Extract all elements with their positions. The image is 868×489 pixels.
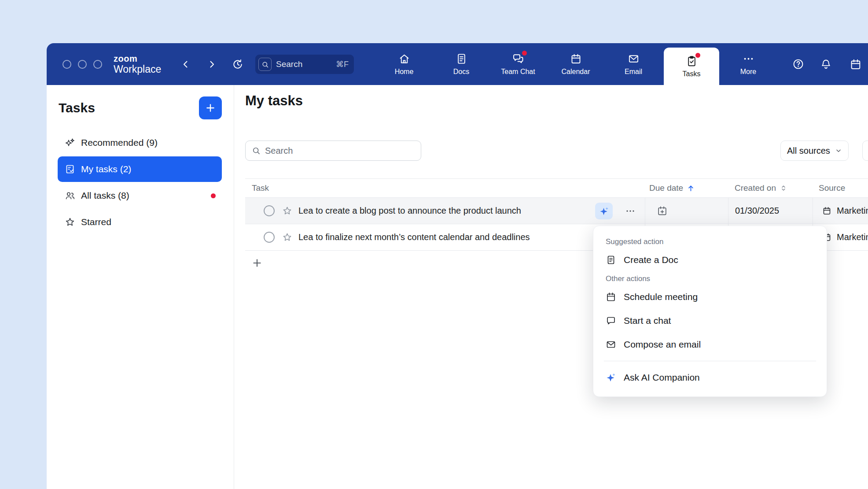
global-search[interactable]: Search ⌘F [255, 55, 354, 74]
history-clock-icon [232, 59, 243, 70]
task-title: Lea to create a blog post to announce th… [298, 206, 521, 216]
source-label: Marketing [837, 232, 868, 242]
window-zoom-button[interactable] [93, 60, 102, 69]
nav-label: Calendar [562, 68, 590, 76]
menu-item-label: Ask AI Companion [624, 372, 700, 383]
product-name: Workplace [114, 63, 161, 75]
page: zoom Workplace [0, 0, 868, 489]
notifications-button[interactable] [819, 43, 833, 85]
nav-label: Team Chat [501, 68, 535, 76]
sidebar-item-my-tasks[interactable]: My tasks (2) [58, 156, 222, 182]
view-options-button[interactable] [862, 141, 868, 161]
sidebar: Tasks Recommended (9) [47, 85, 234, 489]
nav-label: Home [395, 68, 414, 76]
forward-button[interactable] [206, 43, 218, 85]
sparkles-icon [65, 137, 75, 148]
nav-item-docs[interactable]: Docs [439, 43, 483, 85]
menu-item-start-chat[interactable]: Start a chat [593, 309, 827, 333]
nav-item-home[interactable]: Home [382, 43, 426, 85]
history-button[interactable] [232, 43, 244, 85]
menu-divider [604, 361, 816, 361]
tasks-icon [685, 55, 698, 67]
help-icon [792, 58, 804, 70]
menu-section-header: Other actions [593, 274, 827, 283]
star-icon[interactable] [282, 232, 292, 242]
ai-action-menu: Suggested action Create a Doc Other acti… [593, 226, 827, 397]
topbar: zoom Workplace [47, 43, 868, 85]
nav-label: Docs [453, 68, 469, 76]
nav-label: Tasks [683, 70, 701, 78]
search-shortcut: ⌘F [336, 59, 349, 69]
team-chat-icon [512, 52, 524, 65]
task-search-box [245, 141, 421, 161]
created-on-cell: 01/30/2025 [728, 198, 813, 224]
star-icon[interactable] [282, 206, 292, 216]
sources-filter-dropdown[interactable]: All sources [780, 141, 849, 161]
window-minimize-button[interactable] [78, 60, 87, 69]
sources-filter-value: All sources [787, 146, 830, 156]
nav-item-email[interactable]: Email [611, 43, 655, 85]
chevron-left-icon [180, 59, 191, 70]
menu-item-label: Schedule meeting [624, 292, 698, 302]
sort-toggle-icon [780, 184, 787, 192]
ai-companion-button[interactable] [595, 203, 613, 219]
docs-icon [455, 52, 467, 65]
star-icon [65, 217, 75, 227]
zoom-logo: zoom [114, 54, 161, 63]
menu-item-create-doc[interactable]: Create a Doc [593, 248, 827, 272]
sidebar-item-recommended[interactable]: Recommended (9) [58, 130, 222, 156]
column-header-created-on[interactable]: Created on [728, 183, 813, 193]
help-button[interactable] [791, 43, 805, 85]
more-actions-icon[interactable] [623, 198, 638, 224]
menu-section-header: Suggested action [593, 237, 827, 246]
source-calendar-icon [822, 206, 831, 215]
menu-item-ask-ai-companion[interactable]: Ask AI Companion [593, 366, 827, 389]
task-complete-radio[interactable] [264, 205, 275, 216]
calendar-icon [606, 292, 616, 302]
window-close-button[interactable] [63, 60, 71, 69]
task-complete-radio[interactable] [264, 232, 275, 243]
source-cell: Marketing [813, 198, 868, 224]
notification-dot [522, 51, 527, 56]
task-title: Lea to finalize next month’s content cal… [298, 232, 530, 242]
menu-item-schedule-meeting[interactable]: Schedule meeting [593, 285, 827, 309]
column-header-due-date[interactable]: Due date [645, 183, 728, 193]
column-header-source: Source [813, 183, 868, 193]
add-task-button[interactable] [199, 96, 222, 119]
table-row[interactable]: Lea to create a blog post to announce th… [245, 198, 868, 224]
doc-icon [606, 255, 616, 265]
ai-sparkle-icon [606, 372, 616, 383]
sidebar-item-all-tasks[interactable]: All tasks (8) [58, 183, 222, 208]
plus-icon [205, 102, 216, 114]
sidebar-item-label: My tasks (2) [81, 164, 131, 174]
menu-item-compose-email[interactable]: Compose an email [593, 333, 827, 356]
add-due-date-icon [657, 205, 668, 216]
source-label: Marketing [837, 206, 868, 216]
due-date-cell[interactable] [645, 198, 728, 224]
email-icon [627, 52, 640, 65]
more-icon [742, 52, 754, 65]
notification-dot [695, 53, 700, 58]
sidebar-item-starred[interactable]: Starred [58, 209, 222, 235]
sidebar-item-label: All tasks (8) [81, 190, 129, 201]
nav-item-tasks-active[interactable]: Tasks [664, 48, 719, 85]
sidebar-item-label: Starred [81, 217, 111, 227]
app-window: zoom Workplace [47, 43, 868, 489]
brand: zoom Workplace [114, 43, 161, 85]
nav-item-more[interactable]: More [726, 43, 770, 85]
chevron-down-icon [835, 147, 842, 154]
schedule-button[interactable] [849, 43, 863, 85]
back-button[interactable] [180, 43, 192, 85]
search-scope-box [258, 58, 272, 71]
menu-item-label: Start a chat [624, 315, 671, 326]
nav-item-team-chat[interactable]: Team Chat [496, 43, 540, 85]
search-icon [261, 61, 269, 68]
nav-item-calendar[interactable]: Calendar [554, 43, 598, 85]
plus-icon [251, 257, 263, 269]
task-search-input[interactable] [265, 146, 415, 156]
global-search-label: Search [276, 59, 302, 69]
bell-icon [820, 58, 832, 70]
chat-icon [606, 315, 616, 326]
chevron-right-icon [206, 59, 217, 70]
sort-ascending-icon [687, 184, 695, 193]
